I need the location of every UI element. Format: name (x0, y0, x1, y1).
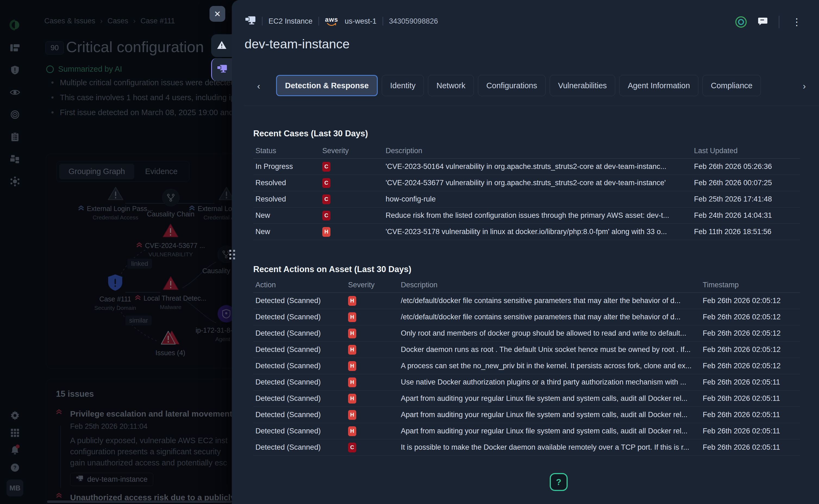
close-icon: ✕ (214, 9, 221, 19)
kebab-menu-icon[interactable]: ⋮ (790, 17, 803, 27)
timestamp-cell: Feb 26th 2026 02:05:12 (701, 297, 800, 305)
column-header: Action (253, 281, 346, 289)
description-cell: Reduce risk from the listed configuratio… (383, 211, 692, 220)
timestamp-cell: Feb 26th 2026 02:05:11 (701, 443, 800, 452)
tabs-scroll-right-button[interactable]: › (797, 77, 811, 95)
asset-type: EC2 Instance (268, 17, 312, 26)
action-cell: Detected (Scanned) (253, 313, 346, 321)
aws-logo-icon: aws (325, 16, 338, 26)
description-cell: Apart from auditing your regular Linux f… (398, 427, 701, 435)
divider (779, 16, 779, 28)
column-header: Timestamp (701, 281, 800, 289)
severity-cell: H (346, 410, 398, 420)
severity-badge-high: H (348, 426, 356, 436)
table-row[interactable]: ResolvedChow-config-ruleFeb 25th 2026 17… (253, 191, 800, 207)
tab-agent-information[interactable]: Agent Information (619, 75, 698, 96)
status-cell: In Progress (253, 162, 320, 171)
description-cell: Docker daemon runs as root . The default… (398, 345, 701, 354)
table-row[interactable]: ResolvedC'CVE-2024-53677 vulnerability i… (253, 175, 800, 191)
column-header: Severity (346, 281, 398, 289)
panel-rail-tab-asset[interactable] (211, 58, 232, 81)
action-cell: Detected (Scanned) (253, 362, 346, 370)
table-row[interactable]: NewH'CVE-2023-5178 vulnerability in linu… (253, 224, 800, 240)
recent-cases-table: StatusSeverityDescriptionLast UpdatedIn … (253, 143, 800, 240)
action-cell: Detected (Scanned) (253, 345, 346, 354)
action-cell: Detected (Scanned) (253, 443, 346, 452)
table-row[interactable]: Detected (Scanned)CIt is possible to mak… (253, 439, 800, 456)
panel-actions: ⋮ (735, 16, 803, 28)
divider (262, 17, 262, 26)
table-row[interactable]: Detected (Scanned)HApart from auditing y… (253, 407, 800, 423)
severity-badge-critical: C (322, 178, 330, 188)
table-header-row: ActionSeverityDescriptionTimestamp (253, 278, 800, 293)
tab-compliance[interactable]: Compliance (702, 75, 761, 96)
tab-vulnerabilities[interactable]: Vulnerabilities (550, 75, 615, 96)
panel-tabstrip: ‹ Detection & ResponseIdentityNetworkCon… (244, 71, 819, 106)
chat-icon[interactable] (758, 17, 768, 27)
asset-monitor-icon (244, 16, 256, 27)
asset-title: dev-team-instance (244, 36, 350, 51)
description-cell: Use native Docker authorization plugins … (398, 378, 701, 386)
severity-cell: H (346, 345, 398, 355)
timestamp-cell: Feb 26th 2026 02:05:12 (701, 362, 800, 370)
severity-cell: C (320, 194, 383, 204)
severity-cell: C (320, 162, 383, 172)
action-cell: Detected (Scanned) (253, 329, 346, 338)
table-row[interactable]: Detected (Scanned)HA process can set the… (253, 358, 800, 374)
severity-badge-high: H (322, 227, 330, 237)
table-row[interactable]: Detected (Scanned)HApart from auditing y… (253, 423, 800, 439)
last_updated-cell: Feb 11th 2026 18:51:56 (692, 228, 800, 236)
close-panel-button[interactable]: ✕ (209, 6, 225, 22)
table-row[interactable]: Detected (Scanned)H/etc/default/docker f… (253, 293, 800, 309)
asset-region: us-west-1 (344, 17, 376, 26)
action-cell: Detected (Scanned) (253, 378, 346, 386)
column-header: Status (253, 147, 320, 155)
tab-detection-response[interactable]: Detection & Response (276, 75, 378, 96)
table-row[interactable]: Detected (Scanned)HUse native Docker aut… (253, 374, 800, 390)
help-button[interactable]: ? (550, 473, 568, 491)
description-cell: how-config-rule (383, 195, 692, 203)
severity-badge-high: H (348, 329, 356, 338)
last_updated-cell: Feb 26th 2026 00:07:25 (692, 179, 800, 187)
last_updated-cell: Feb 24th 2026 14:04:31 (692, 211, 800, 220)
severity-badge-critical: C (348, 443, 356, 452)
severity-cell: H (346, 329, 398, 338)
panel-resize-handle[interactable] (229, 250, 235, 259)
severity-cell: H (346, 296, 398, 306)
severity-badge-high: H (348, 394, 356, 404)
asset-monitor-icon (216, 64, 227, 75)
severity-badge-high: H (348, 296, 356, 306)
table-row[interactable]: Detected (Scanned)H/etc/default/docker f… (253, 309, 800, 325)
table-row[interactable]: Detected (Scanned)HOnly root and members… (253, 325, 800, 342)
severity-badge-critical: C (322, 211, 330, 221)
severity-cell: H (346, 312, 398, 322)
severity-cell: H (320, 227, 383, 237)
action-cell: Detected (Scanned) (253, 411, 346, 419)
tab-identity[interactable]: Identity (382, 75, 424, 96)
divider (318, 17, 319, 26)
tabs-scroll-left-button[interactable]: ‹ (252, 77, 266, 95)
table-row[interactable]: NewCReduce risk from the listed configur… (253, 207, 800, 224)
divider (382, 17, 383, 26)
status-cell: Resolved (253, 179, 320, 187)
tab-configurations[interactable]: Configurations (478, 75, 546, 96)
severity-badge-high: H (348, 410, 356, 420)
table-row[interactable]: In ProgressC'CVE-2023-50164 vulnerabilit… (253, 159, 800, 175)
description-cell: 'CVE-2023-50164 vulnerability in org.apa… (383, 162, 692, 171)
table-header-row: StatusSeverityDescriptionLast Updated (253, 143, 800, 159)
severity-cell: H (346, 361, 398, 371)
table-row[interactable]: Detected (Scanned)HDocker daemon runs as… (253, 342, 800, 358)
table-row[interactable]: Detected (Scanned)HApart from auditing y… (253, 390, 800, 407)
timestamp-cell: Feb 26th 2026 02:05:11 (701, 411, 800, 419)
last_updated-cell: Feb 26th 2026 05:26:36 (692, 162, 800, 171)
scope-rings-icon[interactable] (735, 16, 747, 28)
tab-network[interactable]: Network (428, 75, 474, 96)
last_updated-cell: Feb 25th 2026 17:41:48 (692, 195, 800, 203)
timestamp-cell: Feb 26th 2026 02:05:11 (701, 394, 800, 403)
severity-badge-high: H (348, 377, 356, 387)
action-cell: Detected (Scanned) (253, 427, 346, 435)
column-header: Description (398, 281, 701, 289)
panel-rail-tab-alerts[interactable] (211, 34, 232, 57)
app-root: ? MB Cases & Issues›Cases›Case #111 90 C… (0, 0, 819, 504)
recent-actions-title: Recent Actions on Asset (Last 30 Days) (253, 264, 412, 274)
